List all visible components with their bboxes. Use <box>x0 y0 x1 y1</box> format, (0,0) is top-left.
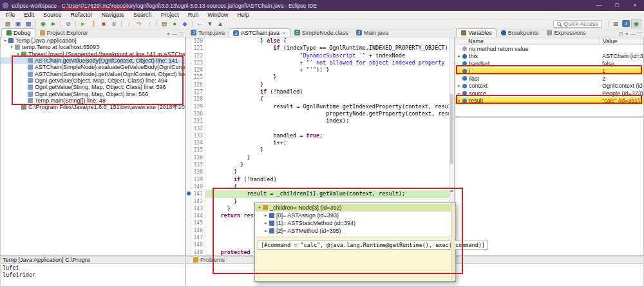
code-line-122[interactable]: 122 "DynamicSubscript '" + indexNode <box>186 52 449 59</box>
disconnect-icon[interactable]: ⊗ <box>109 19 119 28</box>
close-button[interactable]: × <box>626 0 644 11</box>
tree-expander-icon[interactable]: ▾ <box>3 38 8 43</box>
menu-help[interactable]: Help <box>232 12 254 18</box>
editor-tab-main.java[interactable]: JMain.java <box>352 28 393 37</box>
code-line-133[interactable]: 133 handled = true; <box>186 132 449 139</box>
debug-tree-row[interactable]: Ognl.getValue(Object, Map, Object, Class… <box>1 77 185 84</box>
code-line-136[interactable]: 136 } <box>186 154 449 161</box>
view-menu-icon[interactable]: ▾ <box>625 31 628 37</box>
annotation-ruler-cell[interactable] <box>186 125 192 132</box>
popup-tree-row[interactable]: ▾_children= Node[3] (id=392) <box>255 204 455 212</box>
variable-row-no-method-return-value[interactable]: no method return value <box>455 45 643 53</box>
code-line-140[interactable]: 140 { <box>186 183 449 190</box>
tree-expander-icon[interactable]: ▸ <box>457 98 462 103</box>
menu-window[interactable]: Window <box>203 12 232 18</box>
debug-tree-row[interactable]: ASTChain.getValueBody(OgnlContext, Objec… <box>1 57 185 64</box>
debug-tree-row[interactable]: Temp.main(String[]) line: 48 <box>1 97 185 104</box>
debug-tree-row[interactable]: ASTChain(SimpleNode).getValue(OgnlContex… <box>1 70 185 77</box>
open-type-icon[interactable]: ◆ <box>180 19 190 28</box>
annotation-ruler-cell[interactable] <box>186 88 192 95</box>
column-name[interactable]: Name <box>455 37 600 45</box>
tree-expander-icon[interactable]: ▾ <box>15 52 21 57</box>
tree-expander-icon[interactable]: ▸ <box>457 54 462 59</box>
tab-variables[interactable]: Variables <box>456 28 497 37</box>
annotation-ruler-cell[interactable] <box>186 74 192 81</box>
code-line-131[interactable]: 131 index); <box>186 117 449 124</box>
code-line-126[interactable]: 126 } <box>186 81 449 88</box>
code-line-127[interactable]: 127 if (!handled) <box>186 88 449 95</box>
editor-tab-temp.java[interactable]: JTemp.java <box>187 28 229 37</box>
maximize-button[interactable]: □ <box>608 0 626 11</box>
variable-row-handled[interactable]: handledfalse <box>455 60 643 68</box>
annotation-ruler-cell[interactable] <box>186 95 192 103</box>
new-class-icon[interactable]: ● <box>169 19 180 28</box>
code-line-125[interactable]: 125 } <box>186 74 449 81</box>
tree-expander-icon[interactable]: ▸ <box>457 91 462 96</box>
annotation-ruler-cell[interactable] <box>186 227 192 234</box>
code-line-124[interactable]: 124 + "'"); } <box>186 66 449 74</box>
code-line-123[interactable]: 123 + "' not allowed for object indexed … <box>186 59 449 66</box>
tree-expander-icon[interactable]: ▾ <box>9 45 14 50</box>
code-line-129[interactable]: 129 result = OgnlRuntime.getIndexedPrope… <box>186 103 449 110</box>
step-over-icon[interactable]: ↷ <box>134 19 144 28</box>
code-line-120[interactable]: 120 } else { <box>186 37 449 45</box>
code-line-134[interactable]: 134 i++; <box>186 139 449 146</box>
code-line-135[interactable]: 135 } <box>186 146 449 153</box>
editor-tab-astchain.java[interactable]: JASTChain.java× <box>229 28 290 37</box>
open-perspective-icon[interactable]: ⊞ <box>611 19 621 28</box>
minimize-button[interactable]: — <box>590 0 608 11</box>
annotation-ruler-cell[interactable] <box>186 132 192 139</box>
menu-navigate[interactable]: Navigate <box>97 12 129 18</box>
tree-expander-icon[interactable]: ▸ <box>263 221 269 226</box>
code-line-132[interactable]: 132 <box>186 125 449 132</box>
tree-expander-icon[interactable]: ▸ <box>263 228 269 233</box>
annotation-ruler-cell[interactable] <box>186 212 192 219</box>
annotation-ruler-cell[interactable] <box>186 154 192 161</box>
debug-tree-row[interactable]: ASTChain(SimpleNode).evaluateGetValueBod… <box>1 64 185 70</box>
terminate-icon[interactable]: ■ <box>99 19 109 28</box>
overview-marker[interactable] <box>450 190 453 192</box>
tab-project-explorer[interactable]: Project Explorer <box>35 28 92 37</box>
code-line-137[interactable]: 137 } <box>186 161 449 168</box>
debug-tree-row[interactable]: Ognl.getValue(String, Map, Object, Class… <box>1 84 185 90</box>
resume-icon[interactable]: ► <box>78 19 88 28</box>
debug-tree-row[interactable]: ▾Thread [main] (Suspended (breakpoint at… <box>1 51 185 57</box>
close-icon[interactable]: × <box>283 30 286 36</box>
code-line-141[interactable]: 141 result = _children[i].getValue(conte… <box>186 190 449 197</box>
console-title[interactable]: Temp [Java Application] C:\Progra <box>0 256 185 264</box>
tab-breakpoints[interactable]: Breakpoints <box>497 28 543 37</box>
tab-debug[interactable]: Debug <box>1 28 35 37</box>
annotation-ruler-cell[interactable] <box>186 66 192 74</box>
breakpoint-icon[interactable] <box>187 192 191 195</box>
column-value[interactable]: Value <box>600 37 643 45</box>
code-line-139[interactable]: 139 if (!handled) <box>186 176 449 183</box>
variable-row-result[interactable]: ▸result"calc" (id=391) <box>455 97 643 105</box>
annotation-ruler-cell[interactable] <box>186 183 192 190</box>
tree-expander-icon[interactable]: ▸ <box>457 83 462 88</box>
menu-edit[interactable]: Edit <box>20 12 39 18</box>
annotation-ruler-cell[interactable] <box>186 146 192 153</box>
annotation-ruler-cell[interactable] <box>186 139 192 146</box>
minimize-view-icon[interactable]: — <box>172 31 177 37</box>
skip-breakpoints-icon[interactable]: ⊘ <box>63 19 73 28</box>
save-all-icon[interactable]: ▦ <box>23 19 33 28</box>
popup-scrollbar[interactable] <box>451 203 455 281</box>
java-perspective-icon[interactable]: J <box>622 20 630 27</box>
popup-tree-row[interactable]: ▸[2]= ASTMethod (id=395) <box>255 227 455 235</box>
tab-expressions[interactable]: Expressions <box>542 28 589 37</box>
step-return-icon[interactable]: ↑ <box>144 19 155 28</box>
menu-file[interactable]: File <box>1 12 20 18</box>
annotation-ruler-cell[interactable] <box>186 45 192 52</box>
variable-row-this[interactable]: ▸thisASTChain (id=39 <box>455 53 643 61</box>
annotation-ruler-cell[interactable] <box>186 37 192 45</box>
popup-tree-row[interactable]: ▸[1]= ASTStaticMethod (id=394) <box>255 219 455 227</box>
quick-access-box[interactable]: Quick Access <box>553 20 602 28</box>
next-annotation-icon[interactable]: ▼ <box>205 19 215 28</box>
menu-run[interactable]: Run <box>184 12 204 18</box>
annotation-ruler-cell[interactable] <box>186 234 192 241</box>
suspend-icon[interactable]: ∥ <box>88 19 99 28</box>
new-wizard-icon[interactable]: ▩ <box>3 19 13 28</box>
menu-search[interactable]: Search <box>129 12 156 18</box>
annotation-ruler-cell[interactable] <box>186 176 192 183</box>
code-line-138[interactable]: 138 } <box>186 168 449 175</box>
